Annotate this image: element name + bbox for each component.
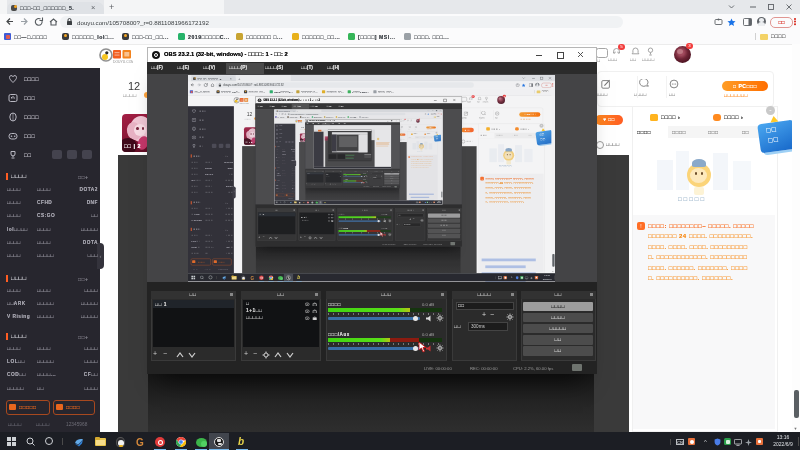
svg-text:DOUYU.COM: DOUYU.COM bbox=[113, 60, 133, 64]
